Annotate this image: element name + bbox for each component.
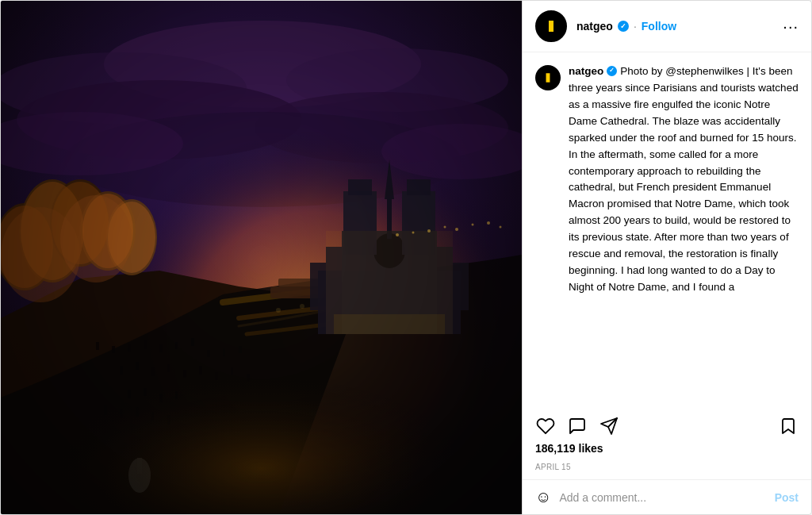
comment-input[interactable] [559, 491, 766, 504]
caption-avatar[interactable] [535, 65, 561, 90]
instagram-post: natgeo · Follow ··· natgeoPhoto by @step… [0, 0, 812, 515]
actions-left-group [535, 416, 619, 436]
follow-button[interactable]: Follow [642, 20, 676, 33]
post-actions-row [523, 411, 811, 440]
separator: · [634, 20, 637, 33]
comment-icon [568, 417, 587, 436]
svg-rect-82 [1, 1, 522, 515]
header-avatar[interactable] [535, 10, 567, 42]
likes-count: 186,119 likes [535, 442, 603, 455]
svg-rect-86 [546, 73, 550, 82]
header-avatar-wrapper [535, 10, 567, 42]
like-button[interactable] [535, 416, 556, 436]
post-caption-area: natgeoPhoto by @stephenwilkes | It's bee… [523, 52, 811, 411]
emoji-button[interactable]: ☺ [535, 488, 551, 506]
header-username[interactable]: natgeo [576, 20, 613, 33]
caption-body: Photo by @stephenwilkes | It's been thre… [569, 65, 799, 293]
post-comment-button[interactable]: Post [775, 491, 799, 504]
natgeo-logo-icon [542, 17, 560, 35]
likes-row: 186,119 likes [523, 440, 811, 457]
caption-verified-icon [607, 66, 617, 76]
post-date: April 15 [535, 463, 571, 471]
post-header: natgeo · Follow ··· [523, 1, 811, 52]
svg-rect-84 [549, 21, 553, 32]
post-right-panel: natgeo · Follow ··· natgeoPhoto by @step… [522, 1, 811, 514]
caption-row: natgeoPhoto by @stephenwilkes | It's bee… [535, 63, 799, 296]
caption-natgeo-icon [541, 71, 555, 85]
bookmark-icon [779, 417, 798, 436]
heart-icon [536, 417, 555, 436]
caption-text-block: natgeoPhoto by @stephenwilkes | It's bee… [569, 63, 799, 296]
verified-badge-icon [618, 21, 629, 32]
header-info: natgeo · Follow [576, 20, 783, 33]
more-options-button[interactable]: ··· [783, 18, 799, 34]
caption-username[interactable]: natgeo [569, 65, 603, 77]
share-button[interactable] [599, 416, 619, 436]
date-row: April 15 [523, 457, 811, 479]
comment-button[interactable] [567, 416, 588, 436]
post-image [1, 1, 522, 515]
paper-plane-icon [599, 417, 619, 436]
comment-input-row: ☺ Post [523, 479, 811, 514]
save-button[interactable] [778, 416, 799, 436]
